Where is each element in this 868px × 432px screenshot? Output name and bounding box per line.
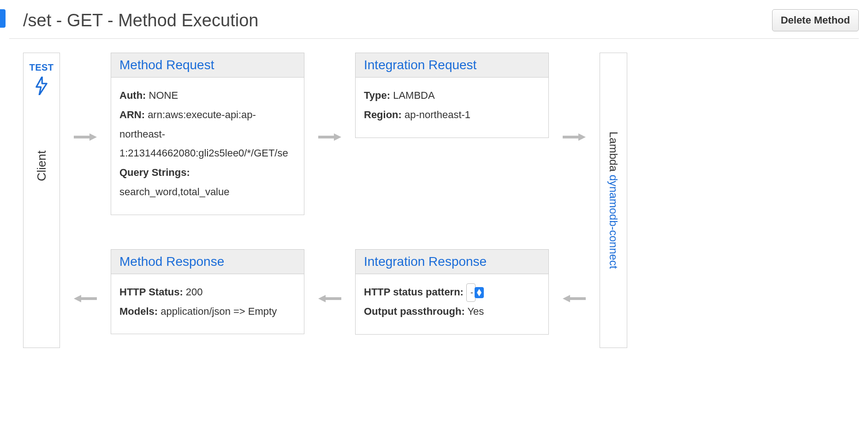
region-value: ap-northeast-1 [404, 109, 470, 120]
arn-label: ARN: [119, 109, 145, 120]
page-header: /set - GET - Method Execution Delete Met… [9, 0, 859, 39]
arrow-right-icon [74, 132, 97, 142]
integration-response-body: HTTP status pattern: - Output passthroug… [356, 274, 548, 334]
client-panel[interactable]: TEST Client [23, 53, 60, 348]
http-status-pattern-label: HTTP status pattern: [364, 286, 464, 298]
method-request-title: Method Request [111, 53, 304, 78]
models-value: application/json => Empty [161, 306, 277, 317]
http-status-pattern-value: - [470, 288, 473, 297]
models-label: Models: [119, 306, 158, 317]
type-value: LAMBDA [393, 90, 434, 101]
method-response-panel[interactable]: Method Response HTTP Status: 200 Models:… [111, 249, 304, 335]
test-label[interactable]: TEST [29, 62, 54, 73]
method-execution-diagram: TEST Client Method Request Auth: NONE AR… [9, 53, 859, 348]
arn-value: arn:aws:execute-api:ap-northeast-1:21314… [119, 109, 288, 159]
arrow-left-icon [74, 294, 97, 303]
arrow-client-to-method-request [65, 53, 106, 222]
region-label: Region: [364, 109, 402, 120]
method-request-panel[interactable]: Method Request Auth: NONE ARN: arn:aws:e… [111, 53, 304, 215]
select-stepper-icon[interactable] [475, 287, 484, 298]
arrow-lambda-to-integration-response [553, 249, 595, 348]
arrow-right-icon [318, 132, 341, 142]
method-response-body: HTTP Status: 200 Models: application/jso… [111, 274, 304, 334]
delete-method-button[interactable]: Delete Method [772, 9, 859, 31]
query-strings-value: search_word,total_value [119, 186, 229, 198]
auth-label: Auth: [119, 90, 146, 101]
type-label: Type: [364, 90, 390, 101]
arrow-right-icon [563, 132, 586, 142]
arrow-integration-to-method-response [309, 249, 351, 348]
lambda-label: Lambda dynamodb-connect [607, 132, 620, 269]
output-passthrough-value: Yes [467, 306, 484, 317]
http-status-pattern-select[interactable]: - [466, 283, 476, 302]
method-response-title: Method Response [111, 250, 304, 274]
auth-value: NONE [149, 90, 178, 101]
integration-request-title: Integration Request [356, 53, 548, 78]
lambda-function-link[interactable]: dynamodb-connect [607, 175, 620, 269]
arrow-integration-request-to-lambda [553, 53, 595, 222]
integration-response-panel[interactable]: Integration Response HTTP status pattern… [355, 249, 549, 335]
query-strings-label: Query Strings: [119, 167, 190, 178]
http-status-label: HTTP Status: [119, 286, 183, 298]
lambda-panel[interactable]: Lambda dynamodb-connect [600, 53, 627, 348]
integration-request-body: Type: LAMBDA Region: ap-northeast-1 [356, 78, 548, 138]
client-label: Client [35, 150, 49, 181]
left-panel-handle[interactable] [0, 9, 6, 28]
arrow-method-response-to-client [65, 249, 106, 348]
arrow-left-icon [318, 294, 341, 303]
arrow-method-to-integration-request [309, 53, 351, 222]
lambda-prefix: Lambda [607, 132, 620, 174]
http-status-value: 200 [186, 286, 203, 298]
lightning-bolt-icon [35, 77, 48, 95]
arrow-left-icon [563, 294, 586, 303]
page-title: /set - GET - Method Execution [23, 11, 258, 30]
output-passthrough-label: Output passthrough: [364, 306, 465, 317]
method-request-body: Auth: NONE ARN: arn:aws:execute-api:ap-n… [111, 78, 304, 215]
integration-response-title: Integration Response [356, 250, 548, 274]
integration-request-panel[interactable]: Integration Request Type: LAMBDA Region:… [355, 53, 549, 138]
